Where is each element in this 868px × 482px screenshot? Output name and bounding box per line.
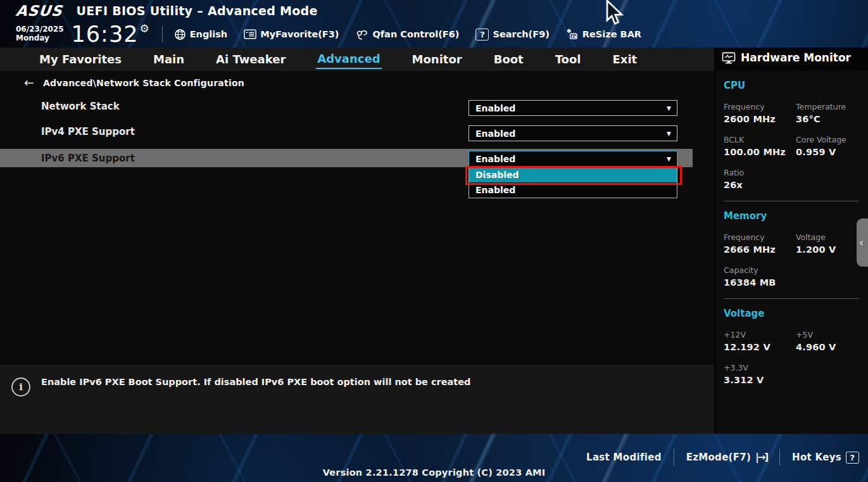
time-display: 16:32 ⚙: [72, 22, 149, 46]
version-text: Version 2.21.1278 Copyright (C) 2023 AMI: [0, 467, 868, 478]
globe-icon: [174, 29, 186, 41]
sidebar-divider: [724, 201, 859, 201]
qfan-control-button[interactable]: Qfan Control(F6): [355, 29, 459, 40]
select-ipv4-pxe-value: Enabled: [475, 129, 515, 139]
hardware-monitor-title: Hardware Monitor: [741, 51, 851, 64]
hot-keys-help-icon: ?: [846, 452, 859, 464]
breadcrumb-path: Advanced\Network Stack Configuration: [43, 78, 244, 88]
toolbar: 06/23/2025 Monday 16:32 ⚙ English MyFavo…: [0, 21, 641, 48]
date-text: 06/23/2025: [16, 25, 64, 34]
hot-keys-button[interactable]: Hot Keys ?: [792, 452, 859, 464]
resize-bar-button[interactable]: EB ReSize BAR: [566, 29, 641, 40]
ezmode-label: EzMode(F7): [686, 452, 752, 463]
monitor-icon: [722, 52, 736, 64]
help-text: Enable IPv6 PXE Boot Support. If disable…: [41, 377, 470, 387]
tab-my-favorites[interactable]: My Favorites: [38, 50, 123, 68]
resize-bar-icon: EB: [566, 29, 579, 40]
search-button[interactable]: ? Search(F9): [475, 29, 549, 41]
metric-memory-capacity: Capacity 16384 MB: [724, 265, 796, 288]
search-label: Search(F9): [493, 29, 549, 39]
info-icon: i: [11, 377, 30, 396]
metric-memory-frequency: Frequency 2666 MHz: [724, 232, 796, 255]
toolbar-separator: [162, 26, 163, 42]
hot-keys-label: Hot Keys: [792, 452, 841, 463]
hardware-monitor-header: Hardware Monitor: [722, 51, 851, 64]
chevron-left-icon: ‹: [859, 236, 864, 249]
tab-advanced[interactable]: Advanced: [316, 49, 381, 69]
select-ipv4-pxe[interactable]: Enabled ▼: [469, 125, 677, 141]
dropdown-option-enabled[interactable]: Enabled: [469, 182, 677, 198]
metric-cpu-bclk: BCLK 100.00 MHz: [724, 135, 796, 157]
last-modified-button[interactable]: Last Modified: [586, 452, 662, 463]
my-favorite-label: MyFavorite(F3): [260, 29, 339, 39]
setting-label-ipv4-pxe: IPv4 PXE Support: [41, 126, 135, 137]
sidebar-divider: [724, 298, 859, 299]
ezmode-exit-icon: |→]: [755, 452, 767, 463]
last-modified-label: Last Modified: [586, 452, 662, 463]
dropdown-arrow-icon: ▼: [667, 130, 671, 137]
footer-separator: [779, 449, 780, 466]
resize-bar-label: ReSize BAR: [582, 29, 641, 39]
dropdown-arrow-icon: ▼: [667, 156, 671, 162]
setting-label-network-stack: Network Stack: [41, 101, 120, 112]
main-panel: ← Advanced\Network Stack Configuration N…: [0, 71, 714, 365]
tab-tool[interactable]: Tool: [554, 50, 582, 68]
page-title: UEFI BIOS Utility – Advanced Mode: [77, 4, 318, 18]
tab-monitor[interactable]: Monitor: [411, 50, 463, 68]
time-text: 16:32: [72, 22, 139, 46]
select-ipv6-pxe[interactable]: Enabled ▼: [469, 151, 677, 167]
titlebar: ASUS UEFI BIOS Utility – Advanced Mode: [0, 0, 318, 21]
asus-logo: ASUS: [15, 3, 63, 19]
dropdown-option-disabled[interactable]: Disabled: [469, 167, 677, 182]
my-favorite-button[interactable]: MyFavorite(F3): [244, 29, 339, 39]
section-title-cpu: CPU: [724, 80, 863, 91]
metric-voltage-12v: +12V 12.192 V: [724, 330, 796, 352]
ipv6-pxe-dropdown-list: Disabled Enabled: [469, 167, 677, 198]
select-network-stack[interactable]: Enabled ▼: [469, 100, 677, 116]
setting-label-ipv6-pxe: IPv6 PXE Support: [41, 153, 135, 164]
metric-cpu-core-voltage: Core Voltage 0.959 V: [796, 135, 863, 157]
main-menu-bar: My Favorites Main Ai Tweaker Advanced Mo…: [0, 48, 714, 71]
ezmode-button[interactable]: EzMode(F7) |→]: [686, 452, 767, 463]
qfan-label: Qfan Control(F6): [372, 29, 459, 39]
search-icon: ?: [475, 29, 489, 41]
fan-icon: [355, 29, 368, 40]
section-title-voltage: Voltage: [724, 308, 863, 319]
tab-main[interactable]: Main: [152, 50, 186, 68]
help-panel: i Enable IPv6 PXE Boot Support. If disab…: [0, 365, 714, 434]
dropdown-arrow-icon: ▼: [667, 105, 671, 111]
breadcrumb: ← Advanced\Network Stack Configuration: [24, 77, 244, 89]
hardware-monitor-panel: CPU Frequency 2600 MHz Temperature 36°C …: [716, 71, 868, 434]
section-title-memory: Memory: [724, 210, 863, 222]
metric-voltage-5v: +5V 4.960 V: [796, 330, 863, 352]
footer-separator: [674, 449, 674, 466]
language-label: English: [190, 29, 228, 39]
select-ipv6-pxe-value: Enabled: [475, 154, 515, 164]
footer-actions: Last Modified EzMode(F7) |→] Hot Keys ?: [586, 449, 859, 466]
metric-cpu-temperature: Temperature 36°C: [796, 102, 863, 124]
tab-exit[interactable]: Exit: [612, 50, 639, 68]
date-display: 06/23/2025 Monday: [16, 25, 64, 43]
select-network-stack-value: Enabled: [475, 103, 515, 113]
bios-screen: ASUS UEFI BIOS Utility – Advanced Mode 0…: [0, 0, 868, 482]
metric-memory-voltage: Voltage 1.200 V: [796, 232, 863, 255]
sidebar-collapse-handle[interactable]: ‹: [857, 219, 868, 267]
time-settings-gear-icon[interactable]: ⚙: [139, 22, 149, 35]
day-text: Monday: [16, 34, 64, 43]
metric-cpu-frequency: Frequency 2600 MHz: [724, 102, 796, 124]
favorites-list-icon: [244, 29, 256, 39]
language-button[interactable]: English: [174, 29, 228, 41]
metric-voltage-3_3v: +3.3V 3.312 V: [724, 363, 796, 385]
svg-text:EB: EB: [571, 35, 576, 39]
bottom-background: Last Modified EzMode(F7) |→] Hot Keys ? …: [0, 434, 868, 482]
tab-ai-tweaker[interactable]: Ai Tweaker: [215, 50, 287, 68]
tab-boot[interactable]: Boot: [493, 50, 525, 68]
metric-cpu-ratio: Ratio 26x: [724, 168, 796, 190]
back-arrow-icon[interactable]: ←: [24, 77, 34, 89]
